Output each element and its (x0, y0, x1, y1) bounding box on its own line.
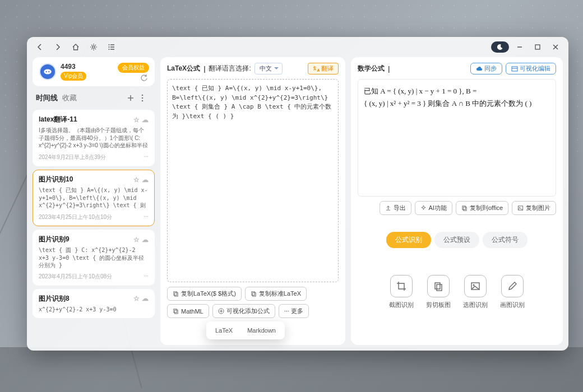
copy-icon (461, 205, 468, 211)
more-popup: LaTeX Markdown (206, 321, 285, 339)
card-time: 2023年4月25日上午10点08分 (39, 273, 112, 281)
svg-point-3 (109, 49, 110, 50)
svg-rect-20 (464, 207, 467, 211)
image-icon (517, 205, 524, 211)
svg-rect-18 (512, 67, 517, 71)
crop-icon (396, 281, 407, 292)
member-badge[interactable]: 会员权益 (118, 63, 149, 73)
dots-icon[interactable]: ··· (144, 273, 149, 281)
ai-button[interactable]: AI功能 (415, 201, 452, 215)
timeline-card[interactable]: 图片识别9 ☆ ☁ \text { 圆 } C: x^{2}+y^{2}-2 x… (33, 230, 155, 286)
seg-symbol[interactable]: 公式符号 (483, 232, 528, 248)
sparkle-icon (420, 205, 427, 211)
theme-toggle[interactable] (491, 41, 509, 53)
svg-point-2 (109, 46, 110, 48)
copy-office-button[interactable]: 复制到office (456, 201, 508, 215)
pencil-icon (507, 281, 518, 292)
card-body: I多项选择题。（本题由8个子题组成，每个子题得5分，最高得40分。）1个圆形\(… (39, 127, 149, 150)
star-icon[interactable]: ☆ (133, 295, 140, 302)
list-button[interactable] (104, 40, 119, 54)
copy-std-latex-button[interactable]: 复制标准LaTeX (245, 287, 307, 301)
timeline-card[interactable]: latex翻译-11 ☆ ☁ I多项选择题。（本题由8个子题组成，每个子题得5分… (33, 110, 155, 166)
tab-timeline[interactable]: 时间线 (36, 93, 58, 103)
cloud-icon[interactable]: ☁ (142, 295, 149, 302)
maximize-button[interactable] (530, 40, 545, 54)
timeline-card[interactable]: 图片识别8 ☆ ☁ x^{2}+y^{2}-2 x+3 y-3=0 (33, 289, 155, 319)
timeline-card-active[interactable]: 图片识别10 ☆ ☁ \text { 已知 } A=\{(x, y) \mid … (33, 170, 155, 226)
svg-point-0 (92, 46, 95, 48)
nav-forward-button[interactable] (50, 40, 65, 54)
mathml-button[interactable]: MathML (167, 304, 209, 318)
svg-rect-13 (252, 292, 255, 295)
popup-latex[interactable]: LaTeX (210, 325, 238, 336)
math-heading: 数学公式 (358, 64, 385, 73)
tool-draw[interactable]: 画图识别 (500, 275, 525, 309)
cloud-icon (476, 66, 483, 72)
star-icon[interactable]: ☆ (133, 176, 140, 184)
cloud-icon[interactable]: ☁ (142, 236, 149, 244)
copy-image-button[interactable]: 复制图片 (512, 201, 556, 215)
export-button[interactable]: 导出 (380, 201, 411, 215)
more-button[interactable]: ··· 更多 (279, 304, 309, 318)
home-button[interactable] (68, 40, 83, 54)
titlebar (27, 37, 568, 57)
visual-edit-button[interactable]: 可视化编辑 (506, 63, 556, 74)
copy-latex-button[interactable]: 复制LaTeX($ $格式) (167, 287, 242, 301)
timeline-cards: latex翻译-11 ☆ ☁ I多项选择题。（本题由8个子题组成，每个子题得5分… (33, 110, 155, 318)
sync-button[interactable]: 同步 (470, 63, 502, 74)
card-title: 图片识别8 (39, 294, 70, 304)
lang-select[interactable]: 中文 (255, 63, 283, 74)
dots-icon[interactable]: ··· (144, 153, 149, 161)
tool-screenshot[interactable]: 截图识别 (389, 275, 414, 309)
avatar[interactable] (39, 63, 56, 80)
svg-rect-23 (435, 283, 440, 289)
user-card: 4493 Vip会员 会员权益 (33, 57, 155, 86)
card-body: x^{2}+y^{2}-2 x+3 y-3=0 (39, 306, 149, 314)
seg-recognize[interactable]: 公式识别 (386, 232, 431, 248)
popup-markdown[interactable]: Markdown (242, 325, 281, 336)
refresh-icon[interactable] (140, 74, 148, 82)
dots-icon[interactable]: ··· (144, 213, 149, 221)
tool-clipboard[interactable]: 剪切板图 (426, 275, 451, 309)
tool-select-image[interactable]: 选图识别 (463, 275, 488, 309)
add-icon[interactable] (127, 94, 137, 102)
edit-icon (511, 66, 518, 72)
more-icon[interactable] (141, 94, 151, 102)
svg-point-6 (46, 71, 47, 72)
vip-tag: Vip会员 (61, 72, 86, 81)
svg-rect-11 (174, 292, 177, 295)
minimize-button[interactable] (512, 40, 527, 54)
nav-back-button[interactable] (33, 40, 47, 54)
cloud-icon[interactable]: ☁ (142, 176, 149, 184)
svg-rect-19 (462, 206, 466, 209)
latex-heading: LaTeX公式 (167, 64, 200, 73)
tab-favorites[interactable]: 收藏 (62, 93, 77, 103)
user-name: 4493 (61, 63, 86, 71)
math-panel: 数学公式 | 同步 可视化编辑 已知 A = { (x, y) | x − y … (351, 57, 563, 345)
translate-icon (313, 66, 320, 72)
card-time: 2023年4月25日上午10点10分 (39, 213, 112, 221)
segmented-control: 公式识别 公式预设 公式符号 (358, 232, 556, 248)
svg-point-10 (142, 100, 144, 102)
card-body: \text { 圆 } C: x^{2}+y^{2}-2 x+3 y-3=0 \… (39, 246, 149, 269)
copy-icon (173, 308, 179, 314)
image-icon (470, 281, 481, 292)
svg-rect-16 (175, 310, 178, 314)
svg-rect-14 (252, 293, 256, 296)
upload-icon (385, 205, 391, 211)
settings-button[interactable] (86, 40, 101, 54)
lang-label: 翻译语言选择: (209, 64, 251, 73)
cloud-icon[interactable]: ☁ (142, 116, 149, 124)
star-icon[interactable]: ☆ (133, 116, 140, 124)
translate-button[interactable]: 翻译 (308, 63, 339, 74)
clipboard-icon (433, 281, 444, 292)
svg-rect-4 (535, 45, 540, 49)
visual-add-button[interactable]: 可视化添加公式 (212, 304, 275, 318)
latex-textarea[interactable]: \text { 已知 } A=\{(x, y) \mid x-y+1=0\}, … (167, 79, 339, 282)
seg-preset[interactable]: 公式预设 (434, 232, 479, 248)
card-body: \text { 已知 } A=\{(x, y) \mid x-y+1=0\}, … (39, 186, 149, 210)
star-icon[interactable]: ☆ (133, 236, 140, 244)
copy-icon (251, 291, 257, 297)
close-button[interactable] (548, 40, 563, 54)
svg-rect-24 (437, 284, 442, 291)
